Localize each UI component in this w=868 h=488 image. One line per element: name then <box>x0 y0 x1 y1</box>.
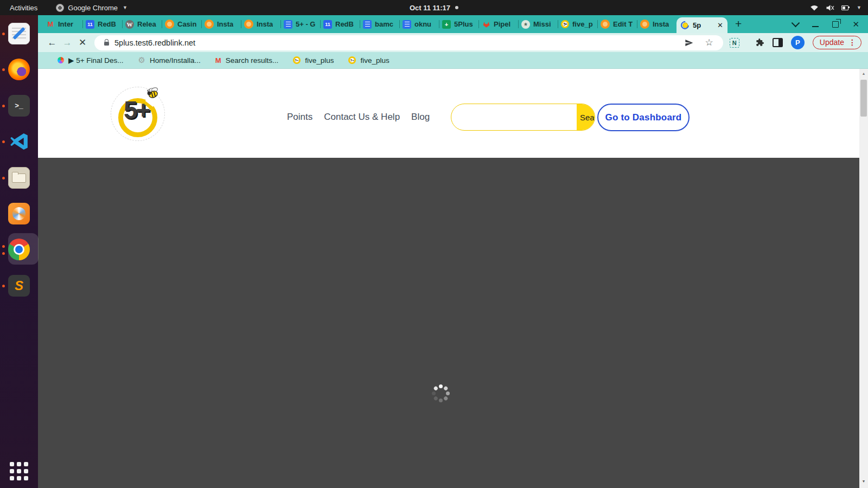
calendar-favicon <box>323 20 332 29</box>
update-chrome-button[interactable]: Update ⋮ <box>813 36 861 49</box>
wifi-icon <box>810 4 819 11</box>
minimize-button[interactable] <box>812 26 819 27</box>
battery-icon <box>841 5 848 10</box>
volume-muted-icon <box>826 4 834 11</box>
browser-tab-active[interactable]: 5p ✕ <box>676 17 727 33</box>
running-indicator <box>2 285 5 287</box>
site-logo[interactable]: 5+ <box>118 94 165 140</box>
side-panel-icon[interactable] <box>773 38 783 47</box>
browser-tab[interactable]: bamc <box>360 15 399 33</box>
browser-tab[interactable]: RedB <box>83 15 122 33</box>
tab-strip: Inter RedB Relea Casin Insta Insta 5+ - … <box>38 15 868 33</box>
browser-tab[interactable]: Casin <box>162 15 201 33</box>
tab-close-icon[interactable]: ✕ <box>717 21 723 29</box>
notification-dot-icon <box>455 6 458 9</box>
notion-extension-icon[interactable]: N <box>730 38 739 48</box>
lock-icon[interactable] <box>104 42 109 46</box>
activities-button[interactable]: Activities <box>7 4 41 12</box>
browser-tab[interactable]: Inter <box>43 15 82 33</box>
nav-item-contact[interactable]: Contact Us & Help <box>324 112 400 123</box>
orange-site-favicon <box>244 20 253 29</box>
system-status-menu[interactable]: ▼ <box>810 4 868 11</box>
dock-item-files[interactable] <box>7 166 31 190</box>
gear-icon: ⚙ <box>138 55 145 65</box>
browser-tab[interactable]: Edit T <box>598 15 637 33</box>
browser-tab[interactable]: Insta <box>202 15 241 33</box>
bookmark-item[interactable]: 5+ five_plus <box>348 56 389 65</box>
browser-tab[interactable]: Insta <box>241 15 280 33</box>
browser-tab[interactable]: Relea <box>123 15 162 33</box>
browser-tab[interactable]: Pipel <box>479 15 518 33</box>
sublime-text-icon: S <box>8 275 30 297</box>
app-menu[interactable]: Google Chrome ▼ <box>56 4 127 12</box>
go-to-dashboard-button[interactable]: Go to Dashboard <box>597 104 690 131</box>
forward-button[interactable]: → <box>60 37 75 48</box>
dock-item-terminal[interactable]: >_ <box>7 94 31 118</box>
bee-icon <box>144 86 162 102</box>
main-nav: Points Contact Us & Help Blog <box>287 112 430 123</box>
search-input[interactable] <box>451 104 577 130</box>
stop-loading-button[interactable]: ✕ <box>75 37 90 48</box>
terminal-icon: >_ <box>8 95 30 117</box>
figma-icon <box>58 57 64 63</box>
close-window-button[interactable]: ✕ <box>852 20 859 29</box>
tab-search-chevron-icon[interactable] <box>792 19 800 28</box>
back-button[interactable]: ← <box>44 37 60 48</box>
bookmark-item[interactable]: M Search results... <box>215 56 278 65</box>
dock-item-photo-tool[interactable] <box>7 202 31 226</box>
bookmark-label: five_plus <box>360 56 389 65</box>
show-applications-button[interactable] <box>10 462 28 480</box>
clock-menu[interactable]: Oct 11 11:17 <box>410 0 458 15</box>
running-indicator <box>2 140 5 143</box>
running-indicator <box>2 68 5 71</box>
bookmark-star-icon[interactable]: ☆ <box>705 37 713 48</box>
dock-item-vscode[interactable] <box>7 130 31 153</box>
chrome-window: Inter RedB Relea Casin Insta Insta 5+ - … <box>38 15 868 488</box>
scrollbar-up-arrow[interactable]: ▲ <box>859 72 868 75</box>
gitlab-favicon <box>482 20 490 29</box>
dock-item-sublime[interactable]: S <box>7 274 31 298</box>
address-bar[interactable]: 5plus.test6.redblink.net ☆ <box>94 35 723 50</box>
browser-tab[interactable]: Insta <box>637 15 676 33</box>
nav-item-points[interactable]: Points <box>287 112 312 123</box>
browser-tab[interactable]: RedB <box>321 15 360 33</box>
dock-item-chrome[interactable] <box>7 237 31 261</box>
bookmark-item[interactable]: ⚙ Home/Installa... <box>138 55 201 65</box>
extensions-puzzle-icon[interactable] <box>755 38 764 47</box>
swirl-app-icon <box>8 203 30 224</box>
update-label: Update <box>820 38 844 47</box>
browser-tab[interactable]: oknu <box>400 15 439 33</box>
bookmark-item[interactable]: 5+ five_plus <box>293 56 334 65</box>
send-icon[interactable] <box>685 38 693 47</box>
clock-label: Oct 11 11:17 <box>410 4 450 12</box>
browser-tab[interactable]: five_p <box>558 15 597 33</box>
orange-site-favicon <box>601 20 610 29</box>
page-loading-area <box>38 158 859 488</box>
browser-tab[interactable]: Missi <box>519 15 558 33</box>
scrollbar-down-arrow[interactable]: ▼ <box>859 479 868 483</box>
orange-site-favicon <box>205 20 214 29</box>
browser-tab[interactable]: 5Plus <box>439 15 478 33</box>
nav-item-blog[interactable]: Blog <box>411 112 430 123</box>
search-button[interactable]: Search <box>577 104 595 130</box>
gdoc-favicon <box>403 20 411 29</box>
kebab-menu-icon[interactable]: ⋮ <box>848 38 856 47</box>
gmail-icon: M <box>215 56 221 65</box>
profile-avatar[interactable]: P <box>791 36 805 49</box>
site-header: 5+ Points Contact Us & Help Blog <box>38 69 859 158</box>
bookmark-item[interactable]: ▶ 5+ Final Des... <box>58 56 124 65</box>
gdoc-favicon <box>363 20 372 29</box>
dock-item-firefox[interactable] <box>7 57 31 81</box>
chatgpt-favicon <box>521 20 530 29</box>
caret-down-icon: ▼ <box>123 5 127 10</box>
running-indicator <box>2 245 5 248</box>
browser-tab[interactable]: 5+ - G <box>281 15 320 33</box>
running-indicator <box>2 105 5 107</box>
text-editor-icon <box>8 23 30 44</box>
restore-button[interactable] <box>832 21 839 28</box>
page-scrollbar[interactable]: ▲ ▼ <box>859 69 868 488</box>
scrollbar-thumb[interactable] <box>860 80 867 117</box>
new-tab-button[interactable]: + <box>735 17 742 30</box>
gsheet-favicon <box>442 20 451 29</box>
dock-item-text-editor[interactable] <box>7 22 31 46</box>
